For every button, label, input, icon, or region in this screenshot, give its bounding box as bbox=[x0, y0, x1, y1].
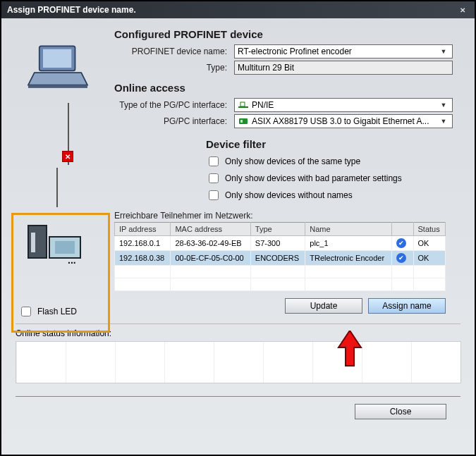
pgpc-if-dropdown[interactable]: ASIX AX88179 USB 3.0 to Gigabit Ethernet… bbox=[234, 114, 453, 128]
topology-line-1: ✕ bbox=[68, 103, 69, 165]
plc-icon: ... bbox=[21, 216, 92, 267]
filter-bad-params-label: Only show devices with bad parameter set… bbox=[225, 173, 402, 183]
chevron-down-icon[interactable]: ▼ bbox=[438, 118, 449, 125]
col-type[interactable]: Type bbox=[250, 223, 305, 236]
online-access-heading: Online access bbox=[114, 82, 460, 94]
chevron-down-icon[interactable]: ▼ bbox=[438, 101, 449, 109]
col-mac[interactable]: MAC address bbox=[171, 223, 250, 236]
filter-same-type-checkbox[interactable] bbox=[209, 156, 219, 166]
svg-rect-5 bbox=[31, 233, 35, 252]
col-ip[interactable]: IP address bbox=[115, 223, 171, 236]
pgpc-type-dropdown[interactable]: PN/IE ▼ bbox=[234, 98, 453, 112]
pgpc-type-label: Type of the PG/PC interface: bbox=[114, 100, 234, 110]
svg-rect-4 bbox=[28, 226, 47, 258]
col-name[interactable]: Name bbox=[305, 223, 391, 236]
close-icon[interactable]: ✕ bbox=[456, 5, 469, 15]
svg-rect-12 bbox=[240, 120, 243, 123]
svg-rect-1 bbox=[43, 49, 71, 68]
table-row[interactable] bbox=[115, 278, 446, 291]
network-icon bbox=[238, 100, 249, 110]
error-icon: ✕ bbox=[62, 151, 73, 162]
status-area bbox=[16, 341, 461, 383]
topology-line-2 bbox=[56, 168, 58, 207]
svg-rect-10 bbox=[240, 102, 245, 106]
device-type-field: Multiturn 29 Bit bbox=[234, 61, 453, 75]
pgpc-if-label: PG/PC interface: bbox=[114, 116, 234, 126]
ok-icon: ✔ bbox=[396, 238, 406, 248]
chevron-down-icon[interactable]: ▼ bbox=[438, 48, 449, 55]
filter-no-names-label: Only show devices without names bbox=[225, 190, 353, 200]
device-table: IP address MAC address Type Name Status … bbox=[114, 222, 446, 291]
flash-led-label: Flash LED bbox=[37, 307, 77, 316]
svg-marker-2 bbox=[28, 73, 87, 85]
device-name-dropdown[interactable]: RT-electronic Profinet encoder ▼ bbox=[234, 44, 453, 58]
configured-heading: Configured PROFINET device bbox=[114, 28, 460, 40]
update-button[interactable]: Update bbox=[285, 298, 362, 314]
laptop-icon bbox=[16, 32, 100, 103]
table-caption: Erreichbare Teilnehmer im Netzwerk: bbox=[114, 211, 460, 221]
svg-rect-7 bbox=[55, 241, 75, 254]
table-row[interactable]: 192.168.0.1 28-63-36-02-49-EB S7-300 plc… bbox=[115, 236, 446, 251]
filter-bad-params-checkbox[interactable] bbox=[209, 173, 219, 183]
col-status[interactable]: Status bbox=[413, 223, 446, 236]
table-row[interactable] bbox=[115, 266, 446, 278]
assign-name-button[interactable]: Assign name bbox=[368, 298, 446, 314]
table-row[interactable]: 192.168.0.38 00-0E-CF-05-C0-00 ENCODERS … bbox=[115, 251, 446, 266]
title-bar: Assign PROFINET device name. ✕ bbox=[1, 1, 475, 18]
filter-same-type-label: Only show devices of the same type bbox=[225, 156, 360, 166]
svg-text:...: ... bbox=[68, 254, 76, 265]
svg-rect-11 bbox=[239, 118, 248, 124]
svg-rect-3 bbox=[28, 85, 87, 88]
ok-icon: ✔ bbox=[396, 253, 406, 263]
device-name-label: PROFINET device name: bbox=[114, 47, 234, 56]
flash-led-checkbox[interactable] bbox=[21, 307, 31, 316]
window-title: Assign PROFINET device name. bbox=[7, 5, 136, 15]
close-button[interactable]: Close bbox=[355, 404, 446, 419]
filter-heading: Device filter bbox=[206, 138, 460, 150]
adapter-icon bbox=[238, 116, 249, 126]
filter-no-names-checkbox[interactable] bbox=[209, 190, 219, 200]
device-type-label: Type: bbox=[114, 63, 234, 73]
